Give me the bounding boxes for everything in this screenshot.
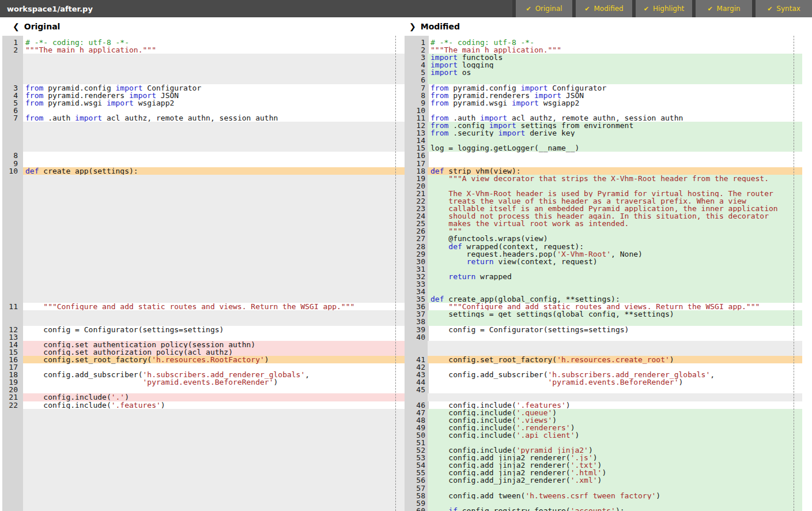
code-line xyxy=(23,461,405,469)
code-line xyxy=(428,341,802,348)
modified-pane-title: Modified xyxy=(421,22,460,31)
code-line: makes the virtual root work as intended. xyxy=(428,220,802,227)
chevron-left-icon: ❮ xyxy=(13,22,20,31)
code-row: 11 """Configure and add static routes an… xyxy=(0,303,405,310)
line-number: 27 xyxy=(405,235,426,242)
code-line xyxy=(428,152,802,159)
toggle-highlight-label: Highlight xyxy=(653,5,684,13)
code-row: 5from pyramid.wsgi import wsgiapp2 xyxy=(0,99,405,107)
code-token: derive_key xyxy=(525,129,575,137)
code-line: import os xyxy=(428,69,802,76)
line-number xyxy=(0,227,23,235)
code-line: """The main h application.""" xyxy=(23,46,405,54)
line-number xyxy=(0,54,23,61)
code-token: log = logging.getLogger(__name__) xyxy=(430,144,579,152)
line-number xyxy=(0,212,23,220)
code-row xyxy=(0,175,405,182)
line-number: 48 xyxy=(405,416,426,424)
code-row: 22 config.include('.features') xyxy=(0,401,405,409)
code-row: 45 xyxy=(405,386,802,393)
code-token: pyramid.wsgi xyxy=(43,99,107,107)
code-line: log = logging.getLogger(__name__) xyxy=(428,144,802,152)
line-number xyxy=(0,122,23,129)
code-token: '.xml' xyxy=(571,476,598,484)
line-number xyxy=(0,235,23,242)
code-line xyxy=(23,235,405,242)
code-row xyxy=(0,310,405,318)
code-line xyxy=(23,424,405,431)
code-token: """Configure and add static routes and v… xyxy=(25,302,354,311)
toggle-syntax-button[interactable]: ✔ Syntax xyxy=(756,0,812,17)
code-token: .security xyxy=(448,129,498,137)
code-token: wsgiapp2 xyxy=(539,99,579,107)
line-number xyxy=(0,318,23,325)
code-token: return xyxy=(448,272,475,281)
code-row: 37 settings = get_settings(global_config… xyxy=(405,310,802,318)
code-row: 2"""The main h application.""" xyxy=(0,46,405,54)
code-row xyxy=(0,416,405,424)
code-line xyxy=(23,227,405,235)
code-line: return wrapped xyxy=(428,273,802,280)
line-number xyxy=(0,205,23,212)
line-number xyxy=(0,416,23,424)
line-number: 9 xyxy=(405,99,426,107)
code-row xyxy=(0,476,405,484)
line-number xyxy=(0,507,23,511)
code-row: 50 config.include('.api_client') xyxy=(405,431,802,439)
code-token: os xyxy=(458,68,471,77)
code-line: config.include('.features') xyxy=(23,401,405,409)
line-number xyxy=(0,484,23,492)
line-number: 16 xyxy=(405,152,426,159)
line-number: 13 xyxy=(0,333,23,341)
code-row xyxy=(0,484,405,492)
toggle-original-button[interactable]: ✔ Original xyxy=(516,0,572,17)
code-row: 56 config.add_jinja2_renderer('.xml') xyxy=(405,476,802,484)
line-number: 19 xyxy=(405,175,426,182)
line-number: 45 xyxy=(405,386,426,393)
code-row xyxy=(0,469,405,476)
line-number xyxy=(0,182,23,190)
line-number xyxy=(0,288,23,295)
code-token: 'pyramid.events.BeforeRender' xyxy=(548,378,679,386)
original-pane-title: Original xyxy=(24,22,61,31)
toggle-modified-button[interactable]: ✔ Modified xyxy=(576,0,632,17)
code-line: config.set_root_factory('h.resources.cre… xyxy=(428,356,802,363)
line-number: 49 xyxy=(405,424,426,431)
chevron-right-icon: ❯ xyxy=(409,22,416,31)
code-token: settings = get_settings(global_config, *… xyxy=(430,310,674,318)
line-number: 30 xyxy=(405,258,426,265)
code-token: , xyxy=(710,370,715,379)
code-line xyxy=(23,416,405,424)
code-line xyxy=(23,144,405,152)
line-number: 5 xyxy=(0,99,23,107)
line-number: 20 xyxy=(405,182,426,190)
toggle-highlight-button[interactable]: ✔ Highlight xyxy=(636,0,692,17)
code-token: 'h.tweens.csrf_tween_factory' xyxy=(525,491,656,500)
code-line xyxy=(23,129,405,137)
line-number xyxy=(0,69,23,76)
code-token xyxy=(25,378,143,386)
code-row: 30 return view(context, request) xyxy=(405,258,802,265)
margin-line xyxy=(794,36,794,511)
code-token: from xyxy=(25,114,43,122)
code-token: ) xyxy=(566,401,571,409)
line-number: 6 xyxy=(405,76,426,84)
code-token: if xyxy=(448,506,458,511)
code-row xyxy=(0,144,405,152)
code-token: ) xyxy=(161,401,165,409)
window-title: workspace1/after.py xyxy=(0,0,512,17)
code-line xyxy=(23,265,405,273)
line-number: 8 xyxy=(0,152,23,159)
code-row: 25 makes the virtual root work as intend… xyxy=(405,220,802,227)
code-line: from .auth import acl_authz, remote_auth… xyxy=(23,114,405,122)
code-token: def xyxy=(25,167,39,175)
code-row xyxy=(0,122,405,129)
line-number xyxy=(0,197,23,205)
code-token: view(context, request) xyxy=(494,257,598,266)
code-line: from pyramid.wsgi import wsgiapp2 xyxy=(428,99,802,107)
code-row: 32 return wrapped xyxy=(405,273,802,280)
code-line xyxy=(23,250,405,258)
line-number xyxy=(0,220,23,227)
code-line xyxy=(23,273,405,280)
toggle-margin-button[interactable]: ✔ Margin xyxy=(696,0,752,17)
